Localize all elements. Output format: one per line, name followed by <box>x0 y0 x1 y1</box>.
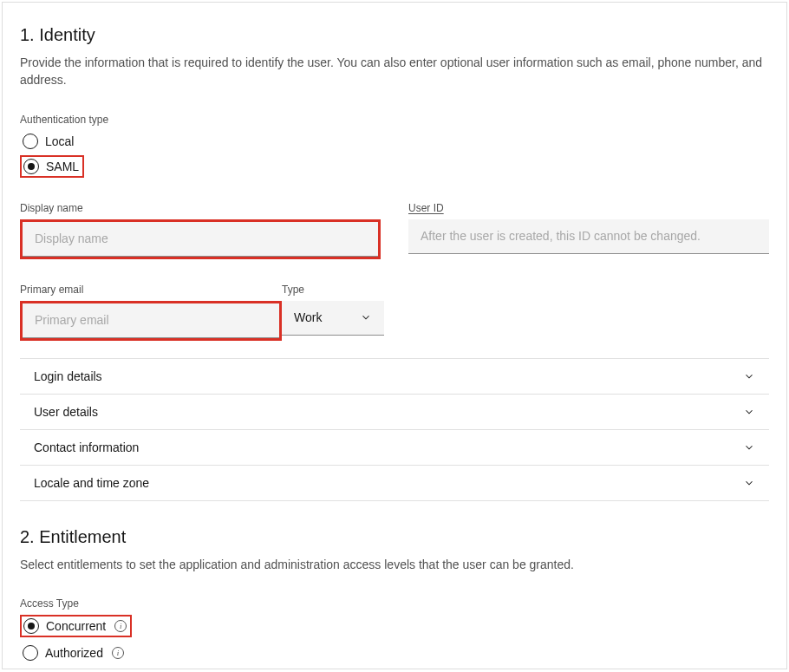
chevron-down-icon <box>743 406 755 418</box>
accordion-label: Contact information <box>34 440 139 454</box>
display-name-label: Display name <box>20 202 381 214</box>
entitlement-title: 2. Entitlement <box>20 527 769 547</box>
chevron-down-icon <box>360 311 372 323</box>
radio-icon <box>23 618 39 634</box>
access-type-concurrent-label: Concurrent <box>46 619 106 633</box>
accordion-login-details[interactable]: Login details <box>20 359 769 395</box>
accordion-contact-info[interactable]: Contact information <box>20 430 769 466</box>
chevron-down-icon <box>743 370 755 382</box>
radio-icon <box>23 134 38 149</box>
chevron-down-icon <box>743 441 755 453</box>
access-type-label: Access Type <box>20 597 769 610</box>
info-icon[interactable]: i <box>112 647 124 659</box>
access-type-radio-authorized[interactable]: Authorized i <box>20 643 127 663</box>
radio-icon <box>23 159 39 174</box>
identity-title: 1. Identity <box>20 25 769 45</box>
entitlement-description: Select entitlements to set the applicati… <box>20 556 769 573</box>
auth-type-local-label: Local <box>45 134 74 148</box>
auth-type-radio-saml[interactable]: SAML <box>20 155 84 178</box>
access-type-group: Concurrent i Authorized i <box>20 615 769 663</box>
email-type-value: Work <box>294 310 322 324</box>
auth-type-saml-label: SAML <box>46 160 79 173</box>
accordion-label: User details <box>34 405 98 419</box>
form-container: 1. Identity Provide the information that… <box>2 2 787 669</box>
accordion-user-details[interactable]: User details <box>20 395 769 430</box>
auth-type-radio-local[interactable]: Local <box>20 131 76 152</box>
display-name-input[interactable] <box>23 222 378 257</box>
access-type-radio-concurrent[interactable]: Concurrent i <box>20 615 132 637</box>
primary-email-input[interactable] <box>23 303 279 338</box>
info-icon[interactable]: i <box>114 620 127 632</box>
auth-type-label: Authentication type <box>20 114 769 126</box>
chevron-down-icon <box>743 477 755 489</box>
identity-accordion: Login details User details Contact infor… <box>20 358 769 501</box>
access-type-authorized-label: Authorized <box>45 646 103 660</box>
accordion-label: Locale and time zone <box>34 476 149 490</box>
accordion-locale-timezone[interactable]: Locale and time zone <box>20 466 769 501</box>
auth-type-group: Local SAML <box>20 131 769 178</box>
accordion-label: Login details <box>34 369 102 383</box>
email-type-label: Type <box>282 284 384 296</box>
identity-description: Provide the information that is required… <box>20 54 769 89</box>
user-id-label: User ID <box>408 202 769 214</box>
radio-icon <box>23 645 38 661</box>
user-id-input[interactable] <box>408 219 769 254</box>
primary-email-label: Primary email <box>20 284 282 296</box>
email-type-select[interactable]: Work <box>282 301 384 336</box>
